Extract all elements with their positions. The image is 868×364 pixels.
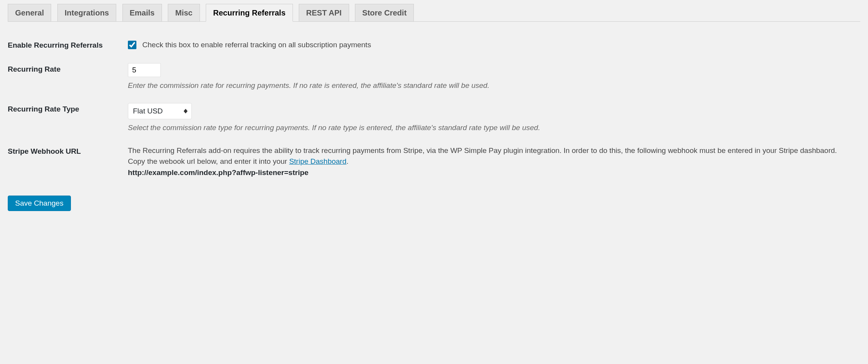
tab-rest-api[interactable]: REST API [299,4,349,21]
stripe-webhook-text2-suffix: . [346,157,348,165]
recurring-rate-type-select[interactable]: Flat USD [128,103,192,120]
settings-form-table: Enable Recurring Referrals Check this bo… [8,33,860,184]
recurring-rate-type-label: Recurring Rate Type [8,97,124,139]
save-changes-button[interactable]: Save Changes [8,196,71,211]
enable-recurring-label: Enable Recurring Referrals [8,33,124,57]
stripe-webhook-label: Stripe Webhook URL [8,139,124,184]
select-arrows-icon [184,109,188,113]
tab-recurring-referrals[interactable]: Recurring Referrals [206,4,293,22]
stripe-webhook-text1: The Recurring Referrals add-on requires … [128,146,837,155]
recurring-rate-description: Enter the commission rate for recurring … [128,80,856,91]
enable-recurring-description: Check this box to enable referral tracki… [142,41,371,49]
tab-store-credit[interactable]: Store Credit [355,4,414,21]
stripe-webhook-url: http://example.com/index.php?affwp-liste… [128,168,308,177]
recurring-rate-input[interactable] [128,63,161,77]
enable-recurring-checkbox[interactable] [128,41,136,49]
settings-tabs: General Integrations Emails Misc Recurri… [8,0,860,22]
recurring-rate-label: Recurring Rate [8,57,124,97]
stripe-dashboard-link[interactable]: Stripe Dashboard [289,157,346,165]
tab-integrations[interactable]: Integrations [57,4,116,21]
recurring-rate-type-description: Select the commission rate type for recu… [128,122,856,134]
tab-misc[interactable]: Misc [168,4,200,21]
stripe-webhook-text2-prefix: Copy the webook url below, and enter it … [128,157,289,165]
recurring-rate-type-selected: Flat USD [133,107,163,115]
tab-general[interactable]: General [8,4,51,21]
tab-emails[interactable]: Emails [122,4,162,21]
